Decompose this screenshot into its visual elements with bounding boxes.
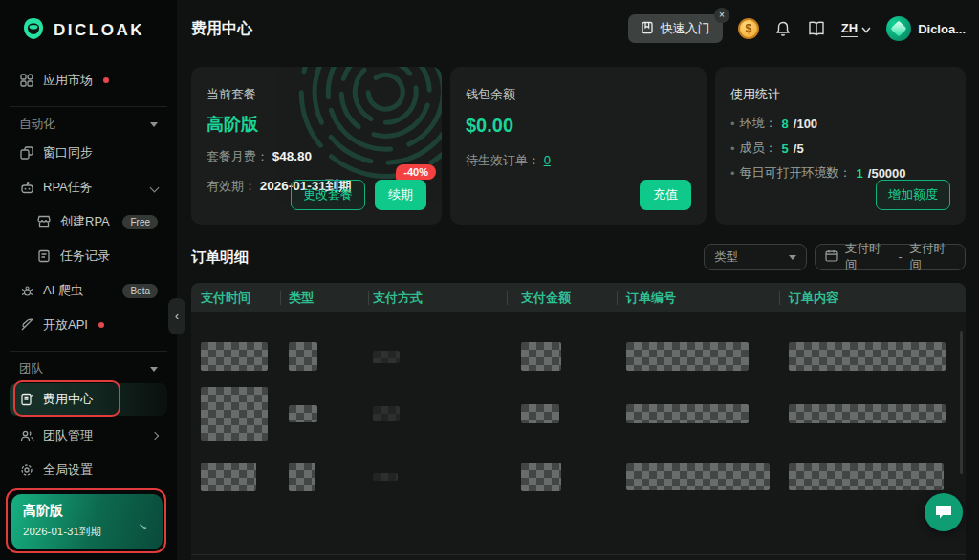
- usage-stat-name: 环境：: [740, 115, 777, 132]
- chat-widget-button[interactable]: [925, 493, 963, 531]
- grid-icon: [19, 73, 34, 88]
- user-menu[interactable]: Dicloa...: [886, 16, 966, 41]
- type-filter-select[interactable]: 类型: [704, 244, 807, 270]
- sidebar-item-label: RPA任务: [43, 179, 93, 196]
- change-plan-button[interactable]: 更改套餐: [291, 180, 365, 210]
- close-icon[interactable]: ×: [714, 8, 729, 23]
- column-header-订单编号: 订单编号: [626, 283, 676, 312]
- table-cell-redacted: [201, 328, 268, 385]
- sidebar-section-自动化[interactable]: 自动化: [10, 106, 167, 133]
- main-area: 费用中心 快速入门 × $: [177, 0, 979, 560]
- plan-fee-row: 套餐月费： $48.80: [207, 148, 426, 165]
- table-cell-redacted: [789, 385, 946, 442]
- sidebar-item-label: 团队管理: [43, 427, 93, 444]
- quick-start-button[interactable]: 快速入门 ×: [628, 14, 723, 43]
- column-header-支付方式: 支付方式: [373, 283, 423, 312]
- sidebar-collapse-handle[interactable]: ‹: [168, 298, 185, 334]
- table-cell-redacted: [289, 328, 317, 385]
- increase-quota-button[interactable]: 增加额度: [876, 180, 950, 210]
- sidebar-item-应用市场[interactable]: 应用市场: [10, 66, 167, 95]
- topbar: 费用中心 快速入门 × $: [191, 0, 966, 57]
- page-title: 费用中心: [191, 19, 252, 39]
- sidebar-item-窗口同步[interactable]: 窗口同步: [10, 139, 167, 167]
- table-row[interactable]: [191, 448, 966, 506]
- api-icon: [19, 317, 34, 333]
- table-cell-redacted: [289, 448, 315, 506]
- wallet-card-buttons: 充值: [640, 180, 691, 210]
- sidebar-item-label: 费用中心: [43, 391, 93, 408]
- sidebar-plan-name: 高阶版: [23, 503, 151, 520]
- chevron-down-icon: [789, 255, 796, 260]
- sidebar-item-label: 创建RPA: [60, 213, 110, 230]
- orders-table-header: 支付时间类型支付方式支付金额订单编号订单内容: [191, 283, 966, 312]
- sidebar-item-费用中心[interactable]: 费用中心: [10, 383, 167, 416]
- redacted-mosaic: [789, 404, 946, 423]
- table-cell-redacted: [521, 385, 559, 442]
- redacted-mosaic: [289, 463, 315, 491]
- notification-dot: [103, 77, 109, 83]
- sidebar-section-label: 团队: [19, 361, 43, 377]
- usage-stat-total: /50000: [868, 166, 906, 181]
- table-cell-redacted: [626, 328, 749, 385]
- orders-header: 订单明细 类型 支付时间 - 支付时间: [191, 244, 966, 270]
- docs-book-icon[interactable]: [807, 20, 826, 37]
- language-code: ZH: [841, 21, 858, 37]
- discount-badge: -40%: [396, 164, 436, 180]
- orders-title: 订单明细: [191, 248, 249, 267]
- sidebar-item-全局设置[interactable]: 全局设置: [10, 456, 167, 485]
- sidebar-item-开放API[interactable]: 开放API: [10, 311, 167, 339]
- table-cell-redacted: [373, 328, 400, 385]
- usage-stat-row: •成员：5/5: [730, 140, 950, 157]
- team-icon: [19, 428, 34, 443]
- current-plan-card: 当前套餐 高阶版 套餐月费： $48.80 有效期： 2026-01-31到期 …: [191, 67, 442, 225]
- table-cell-redacted: [521, 328, 561, 385]
- recharge-button[interactable]: 充值: [640, 180, 691, 210]
- bullet-icon: •: [730, 117, 735, 131]
- plan-name: 高阶版: [207, 113, 426, 136]
- pending-orders-row: 待生效订单： 0: [466, 152, 691, 169]
- sidebar-item-创建RPA[interactable]: 创建RPAFree: [27, 207, 167, 236]
- redacted-mosaic: [521, 342, 561, 371]
- table-row[interactable]: [191, 385, 966, 442]
- renew-button[interactable]: 续期: [375, 180, 426, 210]
- caret-down-icon: [150, 122, 158, 127]
- caret-down-icon: [150, 367, 158, 372]
- language-switcher[interactable]: ZH: [841, 20, 871, 37]
- redacted-mosaic: [201, 342, 268, 371]
- redacted-mosaic: [201, 387, 268, 441]
- sidebar-item-AI 爬虫[interactable]: AI 爬虫Beta: [10, 276, 167, 305]
- wallet-card: 钱包余额 $0.00 待生效订单： 0 充值: [450, 67, 707, 225]
- usage-stat-total: /100: [794, 117, 817, 131]
- column-header-订单内容: 订单内容: [789, 283, 838, 312]
- bullet-icon: •: [730, 141, 735, 156]
- redacted-mosaic: [201, 463, 256, 491]
- spider-icon: [19, 283, 34, 298]
- sidebar-item-团队管理[interactable]: 团队管理: [10, 421, 167, 450]
- sidebar-item-label: 应用市场: [43, 72, 93, 89]
- plan-fee-label: 套餐月费：: [207, 149, 269, 163]
- redacted-mosaic: [521, 463, 561, 491]
- table-row[interactable]: [191, 328, 966, 385]
- usage-stat-total: /5: [794, 141, 804, 156]
- sidebar-item-label: 全局设置: [43, 462, 93, 479]
- sidebar-plan-card[interactable]: 高阶版 2026-01-31到期 →: [11, 494, 163, 549]
- usage-stat-used: 1: [857, 166, 863, 181]
- brand-logo[interactable]: DICLOAK: [0, 0, 177, 45]
- table-cell-redacted: [201, 448, 256, 506]
- summary-cards: 当前套餐 高阶版 套餐月费： $48.80 有效期： 2026-01-31到期 …: [191, 67, 966, 225]
- sidebar-item-RPA任务[interactable]: RPA任务: [10, 173, 167, 202]
- usage-card-label: 使用统计: [730, 86, 950, 103]
- pending-orders-link[interactable]: 0: [544, 153, 551, 167]
- table-cell-redacted: [201, 385, 268, 442]
- orders-table: 支付时间类型支付方式支付金额订单编号订单内容: [191, 283, 966, 554]
- sidebar-item-任务记录[interactable]: 任务记录: [27, 242, 167, 270]
- table-scrollbar[interactable]: [960, 331, 963, 474]
- usage-stat-name: 成员：: [740, 140, 777, 157]
- brand-wordmark: DICLOAK: [54, 21, 144, 40]
- sidebar-section-团队[interactable]: 团队: [10, 351, 167, 377]
- task-log-icon: [36, 248, 52, 264]
- notification-bell-icon[interactable]: [774, 20, 792, 37]
- date-range-picker[interactable]: 支付时间 - 支付时间: [815, 244, 966, 270]
- coin-icon[interactable]: $: [738, 18, 759, 39]
- column-header-支付金额: 支付金额: [521, 283, 571, 312]
